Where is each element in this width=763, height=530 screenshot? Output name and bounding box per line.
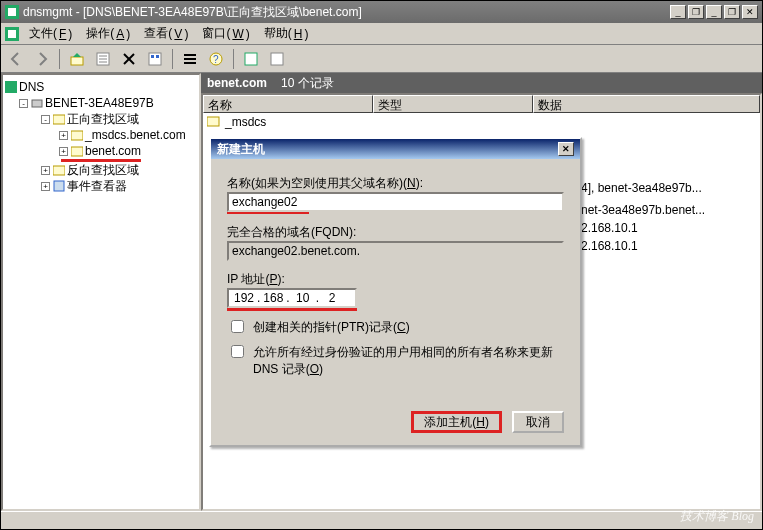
peek-data: 4], benet-3ea48e97b... net-3ea48e97b.ben… xyxy=(577,95,760,255)
svg-rect-4 xyxy=(71,57,83,65)
svg-rect-1 xyxy=(8,8,16,16)
forward-button[interactable] xyxy=(31,48,53,70)
expand-icon[interactable]: + xyxy=(41,182,50,191)
dialog-title: 新建主机 xyxy=(217,141,265,158)
svg-rect-21 xyxy=(5,81,17,93)
auth-checkbox-box[interactable] xyxy=(231,345,244,358)
svg-rect-28 xyxy=(207,117,219,126)
menubar: 文件(F) 操作(A) 查看(V) 窗口(W) 帮助(H) xyxy=(1,23,762,45)
name-input[interactable] xyxy=(227,192,564,212)
svg-rect-25 xyxy=(71,147,83,156)
separator-icon xyxy=(172,49,173,69)
expand-icon[interactable]: + xyxy=(59,131,68,140)
svg-rect-26 xyxy=(53,166,65,175)
menu-window[interactable]: 窗口(W) xyxy=(198,23,253,44)
cancel-button[interactable]: 取消 xyxy=(512,411,564,433)
delete-button[interactable] xyxy=(118,48,140,70)
svg-rect-13 xyxy=(156,55,159,58)
svg-text:?: ? xyxy=(213,54,219,65)
svg-rect-3 xyxy=(8,30,16,38)
svg-rect-15 xyxy=(184,58,196,60)
svg-rect-27 xyxy=(54,181,64,191)
restore-inner-button[interactable]: ❐ xyxy=(688,5,704,19)
tree-reverse-zones[interactable]: +反向查找区域 xyxy=(5,162,197,178)
tree-forward-zones[interactable]: -正向查找区域 xyxy=(5,111,197,127)
tree-zone-benet[interactable]: +benet.com xyxy=(5,143,197,159)
collapse-icon[interactable]: - xyxy=(41,115,50,124)
svg-rect-22 xyxy=(32,100,42,107)
separator-icon xyxy=(59,49,60,69)
name-label: 名称(如果为空则使用其父域名称)(N): xyxy=(227,175,564,192)
svg-rect-16 xyxy=(184,62,196,64)
maximize-button[interactable]: ❐ xyxy=(724,5,740,19)
dns-icon xyxy=(5,27,19,41)
menu-file[interactable]: 文件(F) xyxy=(25,23,76,44)
ip-input[interactable]: 192. 168. 10. 2 xyxy=(227,288,357,308)
separator-icon xyxy=(233,49,234,69)
auth-checkbox[interactable]: 允许所有经过身份验证的用户用相同的所有者名称来更新 DNS 记录(O) xyxy=(227,344,564,378)
menu-action[interactable]: 操作(A) xyxy=(82,23,134,44)
tool-button-1[interactable] xyxy=(240,48,262,70)
menu-view[interactable]: 查看(V) xyxy=(140,23,192,44)
tree-server[interactable]: -BENET-3EA48E97B xyxy=(5,95,197,111)
svg-rect-24 xyxy=(71,131,83,140)
col-type[interactable]: 类型 xyxy=(373,95,533,113)
col-name[interactable]: 名称 xyxy=(203,95,373,113)
refresh-button[interactable] xyxy=(144,48,166,70)
folder-icon xyxy=(207,115,221,129)
svg-rect-12 xyxy=(151,55,154,58)
result-header-count: 10 个记录 xyxy=(281,75,334,92)
minimize-button[interactable]: _ xyxy=(670,5,686,19)
ip-label: IP 地址(P): xyxy=(227,271,564,288)
ptr-checkbox-box[interactable] xyxy=(231,320,244,333)
add-host-button[interactable]: 添加主机(H) xyxy=(411,411,502,433)
svg-rect-11 xyxy=(149,53,161,65)
fqdn-label: 完全合格的域名(FQDN): xyxy=(227,224,564,241)
up-button[interactable] xyxy=(66,48,88,70)
close-button[interactable]: ✕ xyxy=(742,5,758,19)
help-button[interactable]: ? xyxy=(205,48,227,70)
cell-name: _msdcs xyxy=(225,115,266,129)
fqdn-output xyxy=(227,241,564,261)
mmc-window: dnsmgmt - [DNS\BENET-3EA48E97B\正向查找区域\be… xyxy=(0,0,763,530)
minimize-outer-button[interactable]: _ xyxy=(706,5,722,19)
tree-event-viewer[interactable]: +事件查看器 xyxy=(5,178,197,194)
list-view-button[interactable] xyxy=(179,48,201,70)
statusbar xyxy=(1,511,762,530)
collapse-icon[interactable]: - xyxy=(19,99,28,108)
new-host-dialog: 新建主机 ✕ 名称(如果为空则使用其父域名称)(N): 完全合格的域名(FQDN… xyxy=(209,137,582,447)
app-icon xyxy=(5,5,19,19)
svg-rect-23 xyxy=(53,115,65,124)
menu-help[interactable]: 帮助(H) xyxy=(260,23,313,44)
tree-msdcs[interactable]: +_msdcs.benet.com xyxy=(5,127,197,143)
ptr-checkbox[interactable]: 创建相关的指针(PTR)记录(C) xyxy=(227,319,564,336)
properties-button[interactable] xyxy=(92,48,114,70)
expand-icon[interactable]: + xyxy=(59,147,68,156)
svg-rect-14 xyxy=(184,54,196,56)
tree-root[interactable]: DNS xyxy=(5,79,197,95)
svg-rect-19 xyxy=(245,53,257,65)
svg-rect-20 xyxy=(271,53,283,65)
dialog-close-button[interactable]: ✕ xyxy=(558,142,574,156)
window-title: dnsmgmt - [DNS\BENET-3EA48E97B\正向查找区域\be… xyxy=(23,4,362,21)
scope-tree[interactable]: DNS -BENET-3EA48E97B -正向查找区域 +_msdcs.ben… xyxy=(1,73,201,511)
expand-icon[interactable]: + xyxy=(41,166,50,175)
toolbar: ? xyxy=(1,45,762,73)
result-header: benet.com 10 个记录 xyxy=(201,73,762,93)
result-header-domain: benet.com xyxy=(207,76,267,90)
back-button[interactable] xyxy=(5,48,27,70)
tool-button-2[interactable] xyxy=(266,48,288,70)
annotation-underline xyxy=(227,308,357,311)
titlebar: dnsmgmt - [DNS\BENET-3EA48E97B\正向查找区域\be… xyxy=(1,1,762,23)
dialog-titlebar: 新建主机 ✕ xyxy=(211,139,580,159)
